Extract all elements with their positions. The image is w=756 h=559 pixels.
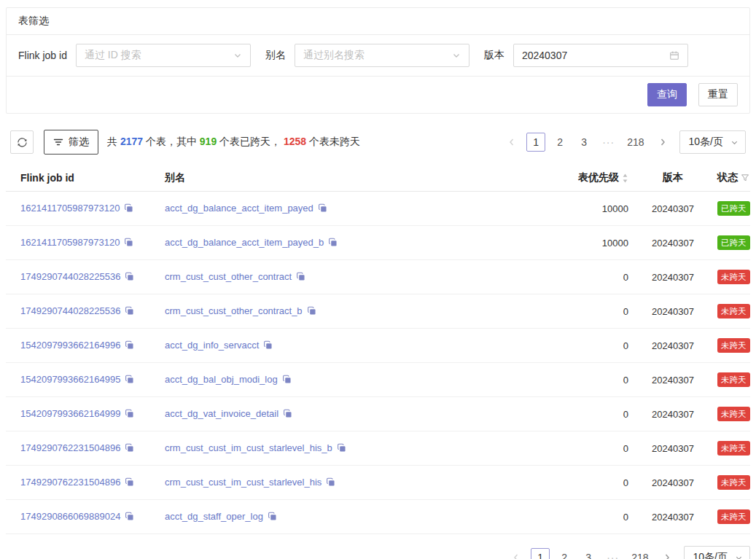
- page-size-select[interactable]: 10条/页: [684, 546, 750, 559]
- alias-cell: acct_dg_info_servacct: [153, 329, 465, 363]
- page-button-1[interactable]: 1: [531, 548, 550, 559]
- alias-link[interactable]: acct_dg_balance_acct_item_payed_b: [165, 237, 324, 248]
- job-id-cell: 1749290744028225536: [6, 294, 153, 329]
- job-id-cell: 1749290744028225536: [6, 260, 153, 294]
- alias-link[interactable]: acct_dg_staff_oper_log: [165, 511, 263, 522]
- job-id-link[interactable]: 1542097993662164995: [20, 374, 120, 385]
- page-button-last[interactable]: 218: [623, 133, 647, 152]
- chevron-down-icon: [730, 138, 739, 146]
- job-id-cell: 1542097993662164995: [6, 363, 153, 397]
- copy-icon[interactable]: [326, 477, 335, 489]
- job-id-link[interactable]: 1621411705987973120: [20, 203, 120, 214]
- table-row: 1749290762231504896 crm_cust_cust_im_cus…: [6, 466, 750, 500]
- priority-value: 0: [623, 340, 628, 351]
- chevron-down-icon: [452, 51, 461, 60]
- copy-icon[interactable]: [282, 375, 292, 386]
- priority-cell: 0: [465, 466, 640, 500]
- page-button-1[interactable]: 1: [526, 133, 545, 152]
- job-id-link[interactable]: 1621411705987973120: [20, 237, 120, 248]
- prev-page-button[interactable]: [502, 133, 521, 152]
- alias-link[interactable]: crm_cust_cust_other_contract_b: [165, 305, 303, 316]
- page-button-3[interactable]: 3: [579, 548, 598, 559]
- alias-link[interactable]: acct_dg_bal_obj_modi_log: [165, 374, 278, 385]
- priority-value: 0: [623, 272, 628, 283]
- page-size-label: 10条/页: [689, 136, 723, 149]
- status-badge: 未跨天: [717, 441, 750, 456]
- copy-icon[interactable]: [124, 238, 133, 249]
- alias-link[interactable]: acct_dg_info_servacct: [165, 340, 259, 351]
- alias-link[interactable]: crm_cust_cust_im_cust_starlevel_his: [165, 477, 322, 488]
- page-ellipsis[interactable]: ···: [599, 133, 618, 152]
- job-id-link[interactable]: 1542097993662164996: [20, 340, 120, 351]
- page-ellipsis[interactable]: ···: [603, 548, 623, 559]
- status-badge: 未跨天: [717, 509, 750, 524]
- page-button-last[interactable]: 218: [628, 548, 652, 559]
- reset-button[interactable]: 重置: [698, 83, 738, 106]
- job-id-link[interactable]: 1749290744028225536: [20, 271, 120, 282]
- alias-link[interactable]: crm_cust_cust_im_cust_starlevel_his_b: [165, 442, 332, 453]
- query-button[interactable]: 查询: [647, 83, 687, 106]
- copy-icon[interactable]: [125, 272, 134, 284]
- copy-icon[interactable]: [307, 306, 316, 318]
- page-size-select[interactable]: 10条/页: [679, 130, 746, 154]
- refresh-button[interactable]: [10, 130, 34, 154]
- alias-select[interactable]: 通过别名搜索: [295, 44, 469, 67]
- copy-icon[interactable]: [283, 409, 292, 421]
- job-id-link[interactable]: 1749290762231504896: [20, 442, 120, 453]
- version-cell: 20240307: [640, 397, 706, 431]
- status-cell: 未跨天: [706, 500, 750, 534]
- copy-icon[interactable]: [337, 443, 346, 455]
- table-row: 1749290744028225536 crm_cust_cust_other_…: [6, 294, 750, 329]
- copy-icon[interactable]: [125, 306, 134, 318]
- version-value: 20240307: [652, 306, 694, 317]
- prev-page-button[interactable]: [507, 548, 526, 559]
- priority-value: 0: [623, 409, 628, 420]
- header-version: 版本: [640, 165, 706, 192]
- job-id-link[interactable]: 1542097993662164999: [20, 408, 120, 419]
- job-id-cell: 1749290762231504896: [6, 431, 153, 466]
- alias-link[interactable]: crm_cust_cust_other_contract: [165, 271, 292, 282]
- table-summary: 共 2177 个表，其中 919 个表已跨天， 1258 个表未跨天: [107, 136, 360, 149]
- filter-card: 表筛选 Flink job id 通过 ID 搜索 别名 通过别名搜索 版本: [6, 7, 750, 114]
- status-cell: 未跨天: [706, 397, 750, 431]
- copy-icon[interactable]: [328, 238, 338, 249]
- column-filter-icon[interactable]: [741, 173, 749, 182]
- copy-icon[interactable]: [268, 512, 277, 523]
- copy-icon[interactable]: [125, 375, 134, 386]
- alias-cell: acct_dg_balance_acct_item_payed: [153, 192, 465, 226]
- status-cell: 未跨天: [706, 431, 750, 466]
- next-page-button[interactable]: [653, 133, 672, 152]
- page-button-2[interactable]: 2: [550, 133, 569, 152]
- priority-value: 0: [623, 375, 628, 386]
- next-page-button[interactable]: [658, 548, 677, 559]
- version-input-box[interactable]: [513, 44, 688, 67]
- copy-icon[interactable]: [296, 272, 305, 284]
- version-input[interactable]: [522, 50, 660, 61]
- page-button-2[interactable]: 2: [555, 548, 574, 559]
- copy-icon[interactable]: [125, 477, 134, 489]
- job-id-link[interactable]: 1749290744028225536: [20, 305, 120, 316]
- copy-icon[interactable]: [318, 203, 327, 215]
- job-id-select[interactable]: 通过 ID 搜索: [76, 44, 251, 67]
- alias-link[interactable]: acct_dg_vat_invoice_detail: [165, 408, 278, 419]
- copy-icon[interactable]: [125, 512, 134, 523]
- alias-cell: acct_dg_bal_obj_modi_log: [153, 363, 465, 397]
- job-id-cell: 1542097993662164996: [6, 329, 153, 363]
- table-body: 1621411705987973120 acct_dg_balance_acct…: [6, 192, 750, 534]
- copy-icon[interactable]: [125, 443, 134, 455]
- alias-link[interactable]: acct_dg_balance_acct_item_payed: [165, 203, 313, 214]
- filter-button[interactable]: 筛选: [44, 130, 98, 155]
- job-id-link[interactable]: 1749290762231504896: [20, 477, 120, 488]
- crossed-count: 919: [200, 136, 217, 147]
- version-field: 版本: [484, 44, 688, 67]
- header-priority[interactable]: 表优先级: [465, 165, 640, 192]
- copy-icon[interactable]: [124, 203, 133, 215]
- copy-icon[interactable]: [263, 340, 273, 352]
- job-id-link[interactable]: 1749290866069889024: [20, 511, 120, 522]
- copy-icon[interactable]: [125, 340, 134, 352]
- page-button-3[interactable]: 3: [574, 133, 593, 152]
- copy-icon[interactable]: [125, 409, 134, 421]
- alias-cell: crm_cust_cust_im_cust_starlevel_his_b: [153, 431, 465, 466]
- sort-icon[interactable]: [622, 173, 628, 184]
- page-size-label: 10条/页: [693, 551, 728, 559]
